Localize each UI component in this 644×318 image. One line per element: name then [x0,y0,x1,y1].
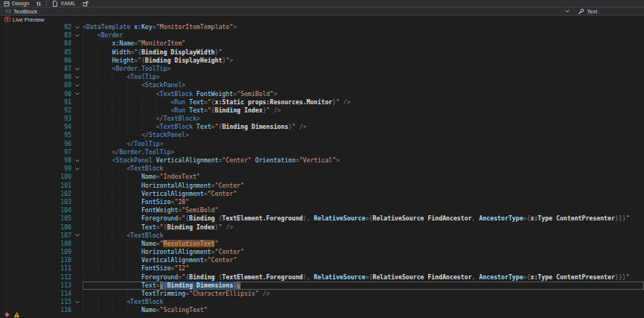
design-tab[interactable]: Design [1,0,31,7]
code-line-111[interactable]: 111 FontSize="12" [0,264,644,273]
swap-panes-button[interactable] [34,1,43,7]
code-text[interactable]: <Run Text="{Binding Index}" /> [83,106,644,115]
code-text[interactable]: <Run Text="{x:Static props:Resources.Mon… [83,98,644,106]
code-text[interactable]: Text="{Binding Index}" /> [83,223,644,232]
code-text[interactable]: Foreground="{Binding (TextElement.Foregr… [83,273,644,282]
chevron-down-icon[interactable] [564,9,570,13]
code-line-104[interactable]: 104 FontWeight="SemiBold" [0,206,644,214]
code-text[interactable]: Name="IndexText" [83,173,644,181]
fold-chevron-icon[interactable] [71,65,83,73]
code-text[interactable]: VerticalAlignment="Center" [83,256,644,264]
code-text[interactable]: TextTrimming="CharacterEllipsis" /> [83,290,644,298]
code-text[interactable]: <TextBlock [83,298,644,306]
code-text[interactable]: Name="ScalingText" [83,306,644,314]
divider [46,1,47,6]
code-text[interactable]: Width="{Binding DisplayWidth}" [83,48,644,57]
code-line-105[interactable]: 105 Foreground="{Binding (TextElement.Fo… [0,214,644,223]
code-line-93[interactable]: 93 </TextBlock> [0,115,644,123]
code-text[interactable]: FontSize="28" [83,198,644,206]
code-text[interactable]: </TextBlock> [83,115,644,123]
code-line-89[interactable]: 89 <StackPanel> [0,81,644,89]
fold-chevron-icon[interactable] [71,232,83,240]
code-line-115[interactable]: 115 <TextBlock [0,298,644,306]
code-line-86[interactable]: 86 Height="{Binding DisplayHeight}"> [0,57,644,65]
fold-chevron-icon[interactable] [71,81,83,89]
fold-chevron-icon[interactable] [71,298,83,306]
xaml-tab[interactable]: XAML [50,0,77,7]
line-number: 95 [0,131,71,139]
code-line-99[interactable]: 99 <TextBlock [0,165,644,173]
code-line-90[interactable]: 90 <TextBlock FontWeight="SemiBold"> [0,90,644,98]
code-text[interactable]: VerticalAlignment="Center" [83,190,644,198]
code-text[interactable]: FontWeight="SemiBold" [83,206,644,214]
code-line-97[interactable]: 97 </Border.ToolTip> [0,148,644,156]
code-text[interactable]: <TextBlock Text="{Binding Dimensions}" /… [83,123,644,131]
code-editor[interactable]: 82<DataTemplate x:Key="MonitorItemTempla… [0,23,644,318]
element-icon [5,8,11,14]
code-text[interactable]: <TextBlock [83,165,644,173]
fold-chevron-icon[interactable] [71,165,83,173]
code-text[interactable]: Name="ResolutionText" [83,240,644,248]
code-line-103[interactable]: 103 FontSize="28" [0,198,644,206]
editor-navigation-bar: TextBlock Text [0,7,644,16]
code-line-92[interactable]: 92 <Run Text="{Binding Index}" /> [0,106,644,115]
code-text[interactable]: Height="{Binding DisplayHeight}"> [83,57,644,65]
code-text[interactable]: <StackPanel VerticalAlignment="Center" O… [83,156,644,165]
design-tab-label: Design [12,0,29,7]
code-line-108[interactable]: 108 Name="ResolutionText" [0,240,644,248]
code-text[interactable]: <ToolTip> [83,73,644,81]
code-line-83[interactable]: 83 <Border [0,31,644,39]
element-breadcrumb[interactable]: TextBlock [3,8,39,15]
code-line-114[interactable]: 114 TextTrimming="CharacterEllipsis" /> [0,290,644,298]
code-line-85[interactable]: 85 Width="{Binding DisplayWidth}" [0,48,644,57]
line-number: 108 [0,240,71,248]
fold-chevron-icon[interactable] [71,90,83,98]
code-line-102[interactable]: 102 VerticalAlignment="Center" [0,190,644,198]
code-line-112[interactable]: 112 Foreground="{Binding (TextElement.Fo… [0,273,644,282]
code-line-94[interactable]: 94 <TextBlock Text="{Binding Dimensions}… [0,123,644,131]
code-text[interactable]: Text="{Binding Dimensions}" [83,282,644,290]
code-line-96[interactable]: 96 </ToolTip> [0,140,644,148]
designer-toolbar: Live Preview [0,16,644,23]
code-line-84[interactable]: 84 x:Name="MonitorItem" [0,39,644,48]
code-text[interactable]: HorizontalAlignment="Center" [83,182,644,190]
code-line-110[interactable]: 110 VerticalAlignment="Center" [0,256,644,264]
code-text[interactable]: </Border.ToolTip> [83,148,644,156]
fold-chevron-icon[interactable] [71,31,83,39]
code-line-98[interactable]: 98 <StackPanel VerticalAlignment="Center… [0,156,644,165]
code-text[interactable]: FontSize="12" [83,264,644,273]
live-preview-button[interactable]: Live Preview [2,16,47,23]
code-text[interactable]: Foreground="{Binding (TextElement.Foregr… [83,214,644,223]
code-text[interactable]: <Border [83,31,644,39]
code-line-113[interactable]: 113 Text="{Binding Dimensions}" [0,282,644,290]
code-line-91[interactable]: 91 <Run Text="{x:Static props:Resources.… [0,98,644,106]
member-dropdown[interactable]: Text [576,8,599,15]
code-line-106[interactable]: 106 Text="{Binding Index}" /> [0,223,644,232]
code-line-116[interactable]: 116 Name="ScalingText" [0,306,644,314]
document-health-indicator[interactable] [4,311,20,318]
fold-chevron-icon[interactable] [71,156,83,165]
fold-chevron-icon[interactable] [71,73,83,81]
navbar-right-group: Text [564,8,641,15]
code-line-87[interactable]: 87 <Border.ToolTip> [0,65,644,73]
code-text[interactable]: <StackPanel> [83,81,644,89]
code-text[interactable]: <Border.ToolTip> [83,65,644,73]
code-text[interactable]: <DataTemplate x:Key="MonitorItemTemplate… [83,23,644,31]
code-text[interactable]: x:Name="MonitorItem" [83,39,644,48]
wrench-icon [578,8,584,15]
code-text[interactable]: </ToolTip> [83,140,644,148]
code-line-107[interactable]: 107 <TextBlock [0,232,644,240]
xaml-tab-label: XAML [60,0,75,7]
code-text[interactable]: <TextBlock [83,232,644,240]
code-text[interactable]: <TextBlock FontWeight="SemiBold"> [83,90,644,98]
code-line-88[interactable]: 88 <ToolTip> [0,73,644,81]
code-line-109[interactable]: 109 HorizontalAlignment="Center" [0,248,644,256]
code-line-100[interactable]: 100 Name="IndexText" [0,173,644,181]
code-text[interactable]: </StackPanel> [83,131,644,139]
code-line-82[interactable]: 82<DataTemplate x:Key="MonitorItemTempla… [0,23,644,31]
code-line-95[interactable]: 95 </StackPanel> [0,131,644,139]
popout-button[interactable] [81,1,90,7]
code-text[interactable]: HorizontalAlignment="Center" [83,248,644,256]
code-line-101[interactable]: 101 HorizontalAlignment="Center" [0,182,644,190]
fold-chevron-icon[interactable] [71,23,83,31]
